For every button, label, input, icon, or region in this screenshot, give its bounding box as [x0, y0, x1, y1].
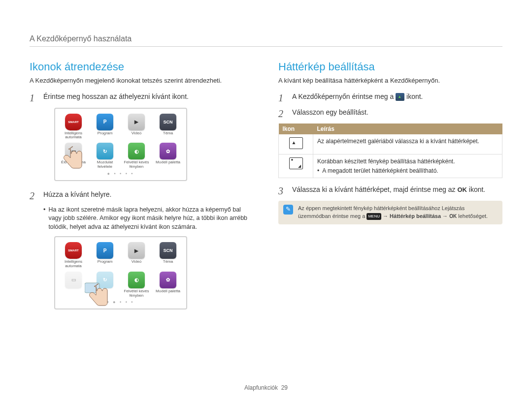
model-icon: ✿ [160, 143, 176, 159]
ok-icon: OK [449, 213, 457, 220]
page-footer: Alapfunkciók 29 [0, 384, 532, 391]
photo-option-desc: Korábban készített fénykép beállítása há… [313, 154, 502, 178]
right-section-title: Háttérkép beállítása [278, 61, 502, 73]
light-icon: ◐ [128, 272, 145, 288]
step-number: 2 [30, 190, 38, 201]
left-intro: A Kezdőképernyőn megjelenő ikonokat tets… [30, 76, 254, 85]
step-number: 1 [30, 92, 38, 103]
page-indicator: • ● • • • [58, 300, 183, 305]
pano-icon-ghost: ▭ [65, 272, 82, 288]
options-table: Ikon Leírás Az alapértelmezett galériábó… [278, 123, 502, 179]
smart-icon: SMART [65, 114, 82, 130]
video-icon: ▶ [128, 114, 145, 130]
model-icon: ✿ [160, 272, 176, 288]
screenshot-grid-2: SMARTIntelligens automata PProgram ▶Vide… [54, 236, 187, 309]
step-number: 1 [278, 92, 287, 103]
right-step2-text: Válasszon egy beállítást. [292, 108, 368, 118]
step-number: 3 [278, 185, 287, 196]
right-step1-text: A Kezdőképernyőn érintse meg a ikont. [292, 92, 423, 102]
menu-button-icon: MENU [366, 213, 381, 220]
page-indicator: ● • • • • [58, 171, 183, 176]
video-icon: ▶ [128, 242, 145, 259]
note-box: ✎ Az éppen megtekintett fénykép háttérké… [278, 201, 502, 224]
right-intro: A kívánt kép beállítása háttérképként a … [278, 76, 502, 85]
hand-drag-icon [85, 279, 114, 308]
gallery-option-desc: Az alapértelmezett galériából válassza k… [313, 134, 502, 154]
left-step2-bullet: • Ha az ikont szeretné másik lapra helye… [43, 206, 254, 232]
page-header: A Kezdőképernyő használata [30, 34, 502, 47]
left-column: Ikonok átrendezése A Kezdőképernyőn megj… [30, 61, 254, 318]
right-column: Háttérkép beállítása A kívánt kép beállí… [278, 61, 502, 318]
wallpaper-icon [396, 93, 404, 101]
scn-icon: SCN [160, 242, 176, 259]
screenshot-grid-1: SMARTIntelligens automata PProgram ▶Vide… [54, 108, 187, 181]
note-text: Az éppen megtekintett fénykép háttérképk… [298, 205, 498, 220]
gesture-icon: ↻ [97, 143, 113, 159]
note-badge-icon: ✎ [283, 205, 293, 215]
step-number: 2 [278, 108, 287, 119]
left-section-title: Ikonok átrendezése [30, 61, 254, 73]
program-icon: P [97, 114, 113, 130]
light-icon: ◐ [128, 143, 145, 159]
left-step1-text: Érintse meg hosszan az áthelyezni kívánt… [43, 92, 189, 102]
th-icon: Ikon [279, 123, 313, 134]
smart-icon: SMART [65, 242, 82, 259]
th-desc: Leírás [313, 123, 502, 134]
left-step2-text: Húzza a kívánt helyre. [43, 190, 112, 200]
program-icon: P [97, 242, 113, 259]
right-step3-text: Válassza ki a kívánt háttérképet, majd é… [292, 185, 485, 195]
scn-icon: SCN [160, 114, 176, 130]
ok-icon: OK [457, 185, 467, 194]
photo-option-icon [279, 154, 313, 178]
gallery-option-icon [279, 134, 313, 154]
hand-tap-icon [59, 142, 89, 171]
